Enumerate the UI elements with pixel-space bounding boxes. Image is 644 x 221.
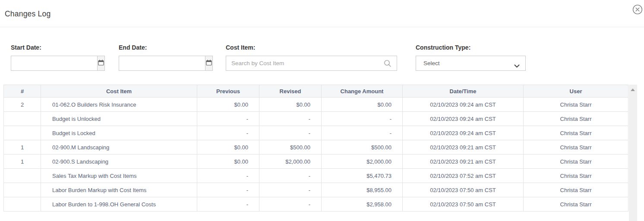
start-date-input[interactable] xyxy=(11,56,97,70)
page-title: Changes Log xyxy=(5,9,51,19)
cell-num: 1 xyxy=(4,140,41,155)
start-date-label: Start Date: xyxy=(11,44,105,51)
chevron-down-icon xyxy=(514,62,520,70)
cell-date_time: 02/10/2023 07:50 am CST xyxy=(403,197,524,212)
column-header-cost_item: Cost Item xyxy=(41,85,197,98)
header-divider xyxy=(0,27,644,27)
cell-date_time: 02/10/2023 07:50 am CST xyxy=(403,183,524,197)
cost-item-search-input[interactable] xyxy=(226,56,397,70)
cell-date_time: 02/10/2023 07:52 am CST xyxy=(403,169,524,183)
changes-log-dialog: Changes Log Start Date: xyxy=(0,0,644,221)
cell-revised: $0.00 xyxy=(259,98,322,112)
cell-num xyxy=(4,169,41,183)
table-scrollbar[interactable] xyxy=(629,85,637,221)
end-date-calendar-button[interactable] xyxy=(205,56,212,70)
table-row: Labor Burden Markup with Cost Items--$8,… xyxy=(4,183,628,197)
cell-cost_item: 01-062.O Builders Risk Insurance xyxy=(41,98,197,112)
start-date-calendar-button[interactable] xyxy=(97,56,104,70)
cell-date_time: 02/10/2023 09:21 am CST xyxy=(403,140,524,155)
cost-item-label: Cost Item: xyxy=(226,44,397,51)
calendar-icon xyxy=(98,59,104,68)
cell-cost_item: Labor Burden to 1-998.OH General Costs xyxy=(41,197,197,212)
cell-previous: - xyxy=(197,126,259,140)
table-row: 102-900.S Landscaping$0.00$2,000.00$2,00… xyxy=(4,155,628,169)
start-date-filter: Start Date: xyxy=(11,44,105,71)
column-header-previous: Previous xyxy=(197,85,259,98)
scroll-up-icon[interactable] xyxy=(631,88,635,91)
cell-revised: - xyxy=(259,126,322,140)
search-icon xyxy=(384,60,391,69)
end-date-input[interactable] xyxy=(119,56,205,70)
cell-num: 1 xyxy=(4,155,41,169)
cell-change_amount: $2,958.00 xyxy=(322,197,403,212)
column-header-user: User xyxy=(524,85,628,98)
cell-change_amount: - xyxy=(322,126,403,140)
cell-user: Christa Starr xyxy=(524,98,628,112)
close-icon xyxy=(632,10,643,16)
cell-num: 2 xyxy=(4,98,41,112)
cell-previous: $0.00 xyxy=(197,155,259,169)
cell-num xyxy=(4,112,41,126)
cell-previous: - xyxy=(197,197,259,212)
cell-revised: - xyxy=(259,169,322,183)
table-row: Budget is Locked---02/10/2023 09:24 am C… xyxy=(4,126,628,140)
cell-cost_item: Budget is Locked xyxy=(41,126,197,140)
cell-user: Christa Starr xyxy=(524,197,628,212)
calendar-icon xyxy=(205,59,212,68)
cell-cost_item: 02-900.M Landscaping xyxy=(41,140,197,155)
cell-user: Christa Starr xyxy=(524,155,628,169)
cell-date_time: 02/10/2023 09:24 am CST xyxy=(403,112,524,126)
cell-previous: $0.00 xyxy=(197,98,259,112)
cell-cost_item: Sales Tax Markup with Cost Items xyxy=(41,169,197,183)
column-header-date_time: Date/Time xyxy=(403,85,524,98)
cell-cost_item: Budget is Unlocked xyxy=(41,112,197,126)
cell-user: Christa Starr xyxy=(524,183,628,197)
cell-change_amount: $8,955.00 xyxy=(322,183,403,197)
column-header-num: # xyxy=(4,85,41,98)
cell-num xyxy=(4,183,41,197)
table-row: 201-062.O Builders Risk Insurance$0.00$0… xyxy=(4,98,628,112)
cell-revised: - xyxy=(259,197,322,212)
cell-previous: - xyxy=(197,183,259,197)
table-row: Budget is Unlocked---02/10/2023 09:24 am… xyxy=(4,112,628,126)
column-header-revised: Revised xyxy=(259,85,322,98)
cell-revised: - xyxy=(259,183,322,197)
cell-change_amount: $2,000.00 xyxy=(322,155,403,169)
cell-change_amount: $5,470.73 xyxy=(322,169,403,183)
cell-cost_item: 02-900.S Landscaping xyxy=(41,155,197,169)
construction-type-filter: Construction Type: Select xyxy=(416,44,526,71)
cell-change_amount: $0.00 xyxy=(322,98,403,112)
end-date-label: End Date: xyxy=(119,44,213,51)
cell-user: Christa Starr xyxy=(524,126,628,140)
cell-previous: - xyxy=(197,112,259,126)
cell-user: Christa Starr xyxy=(524,140,628,155)
construction-type-selected-value: Select xyxy=(416,60,440,66)
table-row: Labor Burden to 1-998.OH General Costs--… xyxy=(4,197,628,212)
cell-previous: $0.00 xyxy=(197,140,259,155)
cell-user: Christa Starr xyxy=(524,169,628,183)
cell-change_amount: $500.00 xyxy=(322,140,403,155)
changes-table: #Cost ItemPreviousRevisedChange AmountDa… xyxy=(3,85,628,212)
cell-date_time: 02/10/2023 09:21 am CST xyxy=(403,155,524,169)
cell-cost_item: Labor Burden Markup with Cost Items xyxy=(41,183,197,197)
construction-type-select[interactable]: Select xyxy=(416,56,526,71)
column-header-change_amount: Change Amount xyxy=(322,85,403,98)
cell-change_amount: - xyxy=(322,112,403,126)
cell-num xyxy=(4,197,41,212)
cell-date_time: 02/10/2023 09:24 am CST xyxy=(403,98,524,112)
cell-revised: $2,000.00 xyxy=(259,155,322,169)
cell-user: Christa Starr xyxy=(524,112,628,126)
close-button[interactable] xyxy=(632,4,643,15)
table-header: #Cost ItemPreviousRevisedChange AmountDa… xyxy=(4,85,628,98)
table-row: 102-900.M Landscaping$0.00$500.00$500.00… xyxy=(4,140,628,155)
cell-previous: - xyxy=(197,169,259,183)
cost-item-filter: Cost Item: xyxy=(226,44,397,71)
cell-date_time: 02/10/2023 09:24 am CST xyxy=(403,126,524,140)
cell-num xyxy=(4,126,41,140)
construction-type-label: Construction Type: xyxy=(416,44,526,51)
cell-revised: $500.00 xyxy=(259,140,322,155)
cell-revised: - xyxy=(259,112,322,126)
end-date-filter: End Date: xyxy=(119,44,213,71)
table-row: Sales Tax Markup with Cost Items--$5,470… xyxy=(4,169,628,183)
